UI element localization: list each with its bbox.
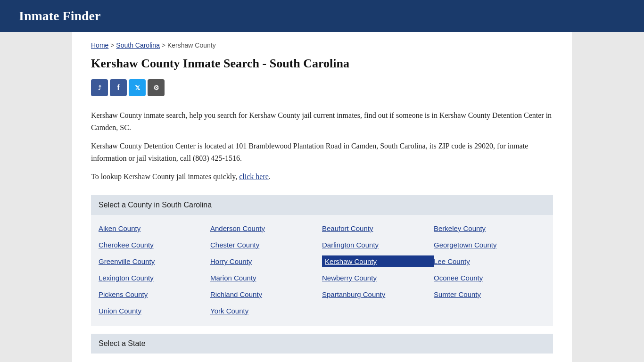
county-link[interactable]: Chester County (210, 239, 322, 251)
county-link[interactable]: Union County (99, 305, 210, 317)
county-section-label: Select a County in South Carolina (99, 201, 212, 209)
copy-link-button[interactable]: ⚙ (148, 79, 165, 96)
facebook-button[interactable]: f (110, 79, 127, 96)
desc3-post: . (269, 173, 271, 181)
county-link[interactable]: Kershaw County (322, 255, 434, 267)
county-link[interactable]: Aiken County (99, 222, 210, 234)
description-1: Kershaw County inmate search, help you s… (91, 109, 553, 133)
click-here-link[interactable]: click here (239, 173, 269, 181)
county-link[interactable]: Pickens County (99, 288, 210, 300)
county-grid-wrapper: Aiken CountyAnderson CountyBeaufort Coun… (91, 215, 553, 326)
facebook-icon: f (117, 83, 119, 92)
desc3-pre: To lookup Kershaw County jail inmates qu… (91, 173, 239, 181)
county-link[interactable]: York County (210, 305, 322, 317)
county-link[interactable]: Cherokee County (99, 239, 210, 251)
county-grid: Aiken CountyAnderson CountyBeaufort Coun… (99, 222, 545, 317)
state-section-label: Select a State (99, 339, 146, 347)
county-link[interactable]: Greenville County (99, 255, 210, 267)
description-2: Kershaw County Detention Center is locat… (91, 140, 553, 164)
description-3: To lookup Kershaw County jail inmates qu… (91, 171, 553, 183)
county-link[interactable]: Georgetown County (434, 239, 545, 251)
county-link[interactable]: Darlington County (322, 239, 434, 251)
breadcrumb-home[interactable]: Home (91, 41, 108, 49)
county-link[interactable]: Berkeley County (434, 222, 545, 234)
page-title: Kershaw County Inmate Search - South Car… (91, 57, 553, 71)
breadcrumb-state[interactable]: South Carolina (116, 41, 160, 49)
twitter-icon: 𝕏 (135, 84, 140, 91)
link-icon: ⚙ (153, 84, 159, 91)
county-link[interactable]: Newberry County (322, 272, 434, 284)
county-section-header: Select a County in South Carolina (91, 195, 553, 215)
county-link[interactable]: Richland County (210, 288, 322, 300)
county-link[interactable]: Sumter County (434, 288, 545, 300)
county-link[interactable]: Oconee County (434, 272, 545, 284)
breadcrumb-current: Kershaw County (167, 41, 216, 49)
county-link[interactable]: Lee County (434, 255, 545, 267)
county-link[interactable]: Anderson County (210, 222, 322, 234)
county-link[interactable]: Horry County (210, 255, 322, 267)
twitter-button[interactable]: 𝕏 (129, 79, 146, 96)
county-link[interactable]: Beaufort County (322, 222, 434, 234)
county-link[interactable]: Lexington County (99, 272, 210, 284)
breadcrumb: Home > South Carolina > Kershaw County (91, 41, 553, 49)
county-link[interactable]: Spartanburg County (322, 288, 434, 300)
share-icon: ⤴ (98, 84, 101, 91)
site-header: Inmate Finder (0, 0, 644, 32)
county-link[interactable]: Marion County (210, 272, 322, 284)
main-content: Home > South Carolina > Kershaw County K… (72, 32, 572, 362)
share-buttons: ⤴ f 𝕏 ⚙ (91, 79, 553, 96)
state-section-header: Select a State (91, 334, 553, 354)
site-title: Inmate Finder (19, 8, 625, 24)
share-button[interactable]: ⤴ (91, 79, 108, 96)
